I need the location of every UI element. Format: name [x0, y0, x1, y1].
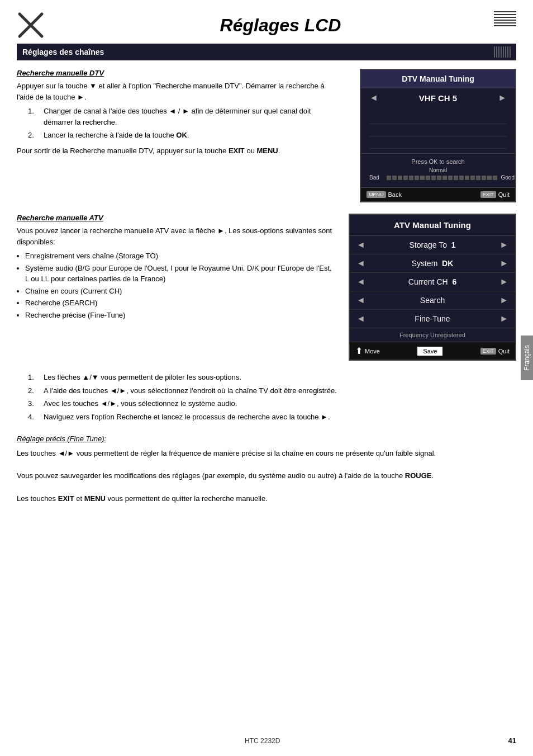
storage-prev-arrow[interactable]: ◄ [356, 240, 365, 250]
signal-dot [465, 176, 469, 180]
fine-tune-body3: Les touches EXIT et MENU vous permettent… [17, 493, 516, 504]
list-item: 4. Naviguez vers l'option Recherche et l… [28, 412, 516, 423]
atv-save-btn[interactable]: Save [417, 347, 442, 356]
atv-storage-row: ◄ Storage To 1 ► [350, 236, 515, 254]
menu-badge: MENU [367, 191, 386, 198]
dtv-text-col: Recherche manuelle DTV Appuyer sur la to… [17, 69, 337, 202]
header-decoration [494, 11, 516, 26]
dtv-channel-value: VHF CH 5 [419, 93, 457, 103]
list-item: Recherche précise (Fine-Tune) [25, 310, 337, 321]
system-label: System DK [412, 259, 454, 268]
atv-footer: ⬆ Move Save EXIT Quit [350, 342, 515, 360]
signal-dot [476, 176, 480, 180]
search-next-arrow[interactable]: ► [499, 295, 508, 305]
dtv-quit-label: Quit [498, 191, 510, 198]
language-label: Français [523, 345, 531, 371]
signal-good-label: Good [501, 174, 515, 181]
dtv-normal-label: Normal [369, 167, 507, 173]
fine-tune-section: Réglage précis (Fine Tune): Les touches … [17, 433, 516, 504]
currentch-next-arrow[interactable]: ► [499, 277, 508, 287]
dtv-body2: Pour sortir de la Recherche manuelle DTV… [17, 145, 337, 157]
fine-tune-body1: Les touches ◄/► vous permettent de régle… [17, 448, 516, 459]
exit-badge-atv: EXIT [480, 348, 496, 355]
dtv-empty-rows [361, 107, 515, 153]
list-item: Système audio (B/G pour Europe de l'Oues… [25, 263, 337, 285]
signal-dot [431, 176, 436, 180]
dtv-body1: Appuyer sur la touche ▼ et aller à l'opt… [17, 81, 337, 102]
list-num: 2. [28, 130, 39, 141]
storage-label: Storage To 1 [409, 240, 455, 249]
section-header: Réglages des chaînes [17, 44, 516, 60]
list-num: 1. [28, 372, 39, 383]
footer-model: HTC 2232D [17, 737, 508, 745]
signal-dot [426, 176, 430, 180]
signal-dot [470, 176, 475, 180]
signal-dot [487, 176, 492, 180]
signal-dot [409, 176, 413, 180]
atv-section-title: Recherche manuelle ATV [17, 214, 337, 222]
atv-tuning-box: ATV Manual Tuning ◄ Storage To 1 ► ◄ Sys… [349, 214, 516, 361]
atv-system-row: ◄ System DK ► [350, 254, 515, 273]
currentch-label: Current CH 6 [408, 277, 456, 286]
list-item: Enregistrement vers chaîne (Storage TO) [25, 251, 337, 262]
dtv-quit-btn[interactable]: EXIT Quit [480, 191, 510, 198]
atv-numbered-steps: 1. Les flèches ▲/▼ vous permettent de pi… [17, 372, 516, 422]
dtv-signal-bar-row: Bad [369, 174, 507, 181]
header: Réglages LCD [17, 11, 516, 39]
list-num: 3. [28, 398, 39, 409]
signal-dot [459, 176, 464, 180]
dtv-tuning-title: DTV Manual Tuning [361, 70, 515, 88]
prev-channel-arrow[interactable]: ◄ [369, 93, 378, 103]
dtv-section-area: Recherche manuelle DTV Appuyer sur la to… [17, 69, 516, 202]
footer-page-number: 41 [508, 736, 516, 745]
system-next-arrow[interactable]: ► [499, 258, 508, 268]
signal-dot [442, 176, 447, 180]
language-sidebar: Français [521, 336, 533, 380]
currentch-prev-arrow[interactable]: ◄ [356, 277, 365, 287]
signal-dot [387, 176, 391, 180]
atv-save-label: Save [423, 348, 437, 355]
signal-dot [482, 176, 486, 180]
page: Réglages LCD Réglages des chaînes Recher… [0, 0, 533, 756]
dtv-section: Recherche manuelle DTV Appuyer sur la to… [17, 69, 337, 156]
section-header-icon [494, 46, 511, 58]
signal-dot [398, 176, 402, 180]
next-channel-arrow[interactable]: ► [498, 93, 507, 103]
brand-logo [17, 11, 45, 39]
list-num: 1. [28, 106, 39, 127]
fine-tune-body2: Vous pouvez sauvegarder les modification… [17, 470, 516, 481]
dtv-channel-row: ◄ VHF CH 5 ► [361, 88, 515, 107]
fine-tune-underline: Réglage précis (Fine Tune): [17, 434, 106, 443]
storage-next-arrow[interactable]: ► [499, 240, 508, 250]
atv-move-btn[interactable]: ⬆ Move [355, 346, 380, 356]
signal-dot [420, 176, 425, 180]
atv-currentch-row: ◄ Current CH 6 ► [350, 273, 515, 291]
finetune-next-arrow[interactable]: ► [499, 314, 508, 324]
signal-dot [454, 176, 458, 180]
dtv-press-ok: Press OK to search [369, 158, 507, 165]
system-prev-arrow[interactable]: ◄ [356, 258, 365, 268]
dtv-empty-row [369, 136, 507, 149]
list-text: Avec les touches ◄/►, vous sélectionnez … [44, 398, 516, 409]
storage-value: 1 [451, 240, 456, 249]
atv-quit-label: Quit [498, 348, 510, 355]
dtv-signal-dots [387, 176, 497, 180]
atv-section-area: Recherche manuelle ATV Vous pouvez lance… [17, 214, 516, 361]
finetune-prev-arrow[interactable]: ◄ [356, 314, 365, 324]
signal-bad-label: Bad [369, 174, 383, 181]
list-item: 1. Les flèches ▲/▼ vous permettent de pi… [28, 372, 516, 383]
search-prev-arrow[interactable]: ◄ [356, 295, 365, 305]
dtv-footer: MENU Back EXIT Quit [361, 187, 515, 201]
signal-dot [403, 176, 408, 180]
atv-tuning-col: ATV Manual Tuning ◄ Storage To 1 ► ◄ Sys… [349, 214, 516, 361]
signal-dot [392, 176, 397, 180]
atv-body1: Vous pouvez lancer la recherche manuelle… [17, 225, 337, 247]
signal-dot [493, 176, 497, 180]
atv-quit-btn[interactable]: EXIT Quit [480, 348, 510, 355]
list-item: 3. Avec les touches ◄/►, vous sélectionn… [28, 398, 516, 409]
dtv-back-btn[interactable]: MENU Back [367, 191, 402, 198]
dtv-empty-row [369, 112, 507, 124]
atv-finetune-row: ◄ Fine-Tune ► [350, 310, 515, 328]
list-text: Les flèches ▲/▼ vous permettent de pilot… [44, 372, 516, 383]
move-arrow-icon: ⬆ [355, 346, 363, 356]
